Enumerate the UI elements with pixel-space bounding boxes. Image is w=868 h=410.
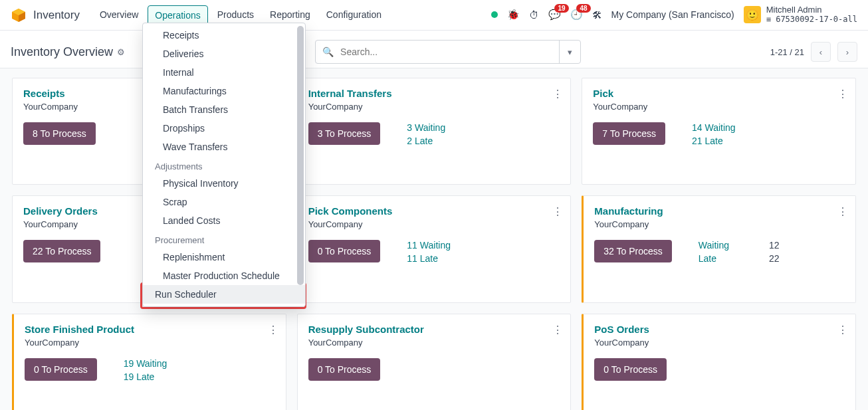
card-stats: 14 Waiting21 Late bbox=[692, 122, 736, 146]
bug-icon[interactable]: 🐞 bbox=[507, 9, 520, 21]
card-subtitle: YourCompany bbox=[308, 338, 560, 348]
process-button[interactable]: 8 To Process bbox=[23, 122, 96, 145]
dropdown-item[interactable]: Deliveries bbox=[143, 45, 305, 63]
nav-operations[interactable]: Operations bbox=[148, 5, 207, 25]
card-title[interactable]: Resupply Subcontractor bbox=[308, 324, 560, 335]
kanban-card[interactable]: ⋮ManufacturingYourCompany32 To ProcessWa… bbox=[582, 195, 856, 302]
card-stats: 3 Waiting2 Late bbox=[407, 122, 445, 146]
stat-link[interactable]: 14 Waiting bbox=[692, 122, 736, 133]
top-nav: Inventory Overview Operations Products R… bbox=[0, 0, 868, 31]
card-title[interactable]: PoS Orders bbox=[594, 324, 845, 335]
card-stats: 11 Waiting11 Late bbox=[407, 240, 451, 264]
nav-overview[interactable]: Overview bbox=[93, 5, 145, 25]
nav-reporting[interactable]: Reporting bbox=[263, 5, 317, 25]
stat-link[interactable]: 19 Late bbox=[124, 371, 167, 382]
kanban-card[interactable]: ⋮Resupply SubcontractorYourCompany0 To P… bbox=[297, 314, 572, 410]
kanban-card[interactable]: ⋮Pick ComponentsYourCompany0 To Process1… bbox=[297, 195, 572, 302]
card-title[interactable]: Pick bbox=[593, 88, 845, 99]
app-name[interactable]: Inventory bbox=[33, 9, 80, 22]
card-menu-icon[interactable]: ⋮ bbox=[552, 324, 562, 336]
dropdown-item[interactable]: Batch Transfers bbox=[143, 100, 305, 119]
card-subtitle: YourCompany bbox=[593, 102, 845, 112]
card-title[interactable]: Internal Transfers bbox=[308, 88, 560, 99]
kanban-card[interactable]: ⋮PoS OrdersYourCompany0 To Process bbox=[582, 314, 856, 410]
card-menu-icon[interactable]: ⋮ bbox=[837, 324, 847, 336]
stat-value: 12 bbox=[769, 240, 780, 251]
card-subtitle: YourCompany bbox=[594, 338, 845, 348]
stat-link[interactable]: 2 Late bbox=[407, 136, 445, 146]
nav-menu: Overview Operations Products Reporting C… bbox=[93, 5, 388, 25]
card-title[interactable]: Manufacturing bbox=[594, 205, 845, 217]
kanban-card[interactable]: ⋮Internal TransfersYourCompany3 To Proce… bbox=[297, 78, 572, 185]
process-button[interactable]: 3 To Process bbox=[308, 122, 381, 145]
card-title[interactable]: Pick Components bbox=[308, 205, 560, 217]
company-switcher[interactable]: My Company (San Francisco) bbox=[611, 9, 734, 20]
card-stats-table: Waiting12Late22 bbox=[699, 240, 780, 264]
process-button[interactable]: 0 To Process bbox=[308, 240, 381, 262]
dropdown-item[interactable]: Run Scheduler bbox=[143, 285, 305, 304]
stat-label[interactable]: Late bbox=[699, 253, 729, 264]
stat-link[interactable]: 21 Late bbox=[692, 136, 736, 146]
stat-link[interactable]: 3 Waiting bbox=[407, 122, 445, 133]
pager-next-button[interactable]: › bbox=[837, 42, 857, 62]
dropdown-item[interactable]: Receipts bbox=[143, 26, 305, 45]
kanban-card[interactable]: ⋮PickYourCompany7 To Process14 Waiting21… bbox=[582, 78, 856, 185]
dropdown-item[interactable]: Landed Costs bbox=[143, 211, 305, 230]
stat-link[interactable]: 11 Late bbox=[407, 253, 451, 264]
dropdown-item[interactable]: Manufacturings bbox=[143, 82, 305, 100]
card-menu-icon[interactable]: ⋮ bbox=[552, 205, 562, 218]
card-title[interactable]: Store Finished Product bbox=[25, 324, 275, 335]
avatar-icon: 🙂 bbox=[744, 6, 761, 23]
card-stats: 19 Waiting19 Late bbox=[124, 358, 167, 382]
user-menu[interactable]: 🙂 Mitchell Admin ≡ 67530092-17-0-all bbox=[744, 5, 857, 25]
dropdown-item[interactable]: Replenishment bbox=[143, 248, 305, 266]
dropdown-item[interactable]: Internal bbox=[143, 63, 305, 82]
card-menu-icon[interactable]: ⋮ bbox=[837, 88, 847, 100]
chat-icon[interactable]: 💬19 bbox=[548, 9, 561, 21]
process-button[interactable]: 0 To Process bbox=[25, 358, 97, 381]
card-menu-icon[interactable]: ⋮ bbox=[837, 205, 847, 218]
dropdown-item[interactable]: Wave Transfers bbox=[143, 138, 305, 156]
dropdown-section-header: Procurement bbox=[143, 230, 305, 248]
activity-badge: 48 bbox=[576, 4, 590, 13]
stat-link[interactable]: 19 Waiting bbox=[124, 358, 167, 369]
dropdown-item[interactable]: Master Production Schedule bbox=[143, 266, 305, 285]
search-box: 🔍 ▾ bbox=[315, 40, 581, 64]
dropdown-item[interactable]: Physical Inventory bbox=[143, 174, 305, 193]
gear-icon[interactable]: ⚙ bbox=[117, 47, 125, 57]
timer-icon[interactable]: ⏱ bbox=[529, 9, 539, 21]
pager: 1-21 / 21 ‹ › bbox=[770, 42, 857, 62]
process-button[interactable]: 0 To Process bbox=[308, 358, 381, 381]
kanban-view: ⋮ReceiptsYourCompany8 To Process⋮Interna… bbox=[0, 68, 868, 410]
process-button[interactable]: 7 To Process bbox=[593, 122, 665, 145]
dropdown-item[interactable]: Dropships bbox=[143, 119, 305, 138]
stat-value: 22 bbox=[769, 253, 780, 264]
tools-icon[interactable]: 🛠 bbox=[592, 9, 602, 21]
stat-label[interactable]: Waiting bbox=[699, 240, 729, 251]
card-menu-icon[interactable]: ⋮ bbox=[552, 88, 562, 100]
pager-prev-button[interactable]: ‹ bbox=[811, 42, 831, 62]
dropdown-item[interactable]: Scrap bbox=[143, 193, 305, 211]
search-input[interactable] bbox=[340, 47, 559, 57]
page-title: Inventory Overview bbox=[11, 45, 113, 59]
operations-dropdown: ReceiptsDeliveriesInternalManufacturings… bbox=[142, 23, 306, 307]
app-logo-icon bbox=[11, 7, 27, 23]
process-button[interactable]: 22 To Process bbox=[23, 240, 100, 262]
control-panel: Inventory Overview ⚙ 🔍 ▾ 1-21 / 21 ‹ › bbox=[0, 31, 868, 68]
kanban-card[interactable]: ⋮Store Finished ProductYourCompany0 To P… bbox=[12, 314, 286, 410]
card-subtitle: YourCompany bbox=[308, 102, 560, 112]
card-menu-icon[interactable]: ⋮ bbox=[268, 324, 278, 336]
card-subtitle: YourCompany bbox=[594, 219, 845, 229]
process-button[interactable]: 32 To Process bbox=[594, 240, 671, 262]
search-icon: 🔍 bbox=[316, 47, 340, 57]
activity-icon[interactable]: 🕘48 bbox=[570, 9, 583, 21]
chat-badge: 19 bbox=[554, 4, 568, 13]
nav-configuration[interactable]: Configuration bbox=[320, 5, 388, 25]
process-button[interactable]: 0 To Process bbox=[594, 358, 667, 381]
stat-link[interactable]: 11 Waiting bbox=[407, 240, 451, 251]
search-options-toggle[interactable]: ▾ bbox=[559, 41, 580, 63]
user-name: Mitchell Admin bbox=[766, 5, 857, 15]
nav-products[interactable]: Products bbox=[211, 5, 261, 25]
breadcrumb: Inventory Overview ⚙ bbox=[11, 45, 125, 59]
dropdown-scrollbar[interactable] bbox=[297, 26, 304, 285]
